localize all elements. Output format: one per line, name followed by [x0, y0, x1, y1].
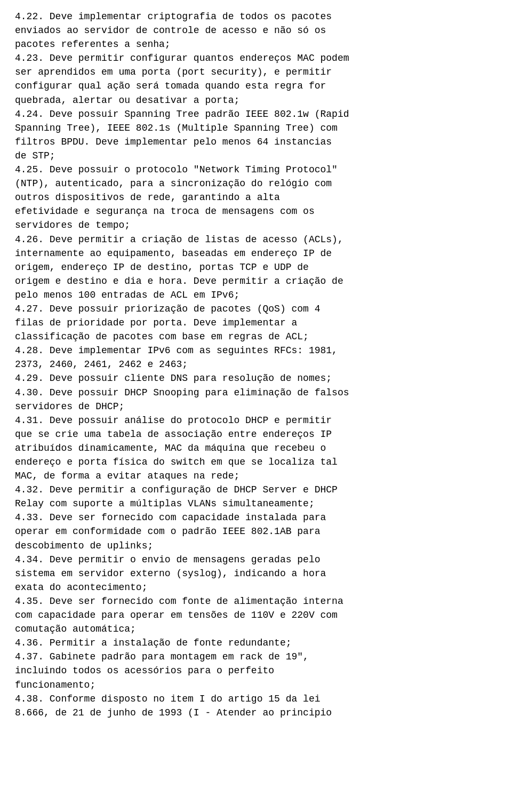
- page-content: 4.22. Deve implementar criptografia de t…: [0, 0, 512, 735]
- main-text: 4.22. Deve implementar criptografia de t…: [15, 10, 497, 720]
